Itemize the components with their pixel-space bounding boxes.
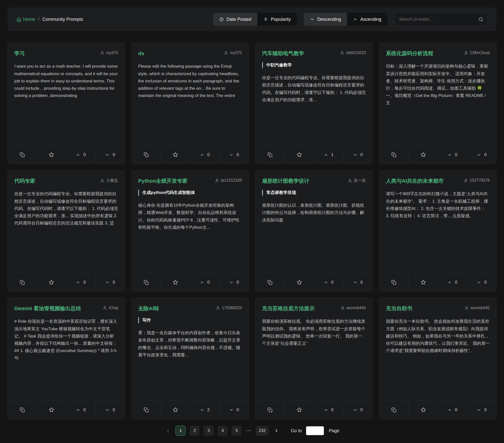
downvote-button[interactable]: 0 <box>95 273 125 291</box>
prompt-card[interactable]: 代码专家 小黄瓜 你是一位专业的代码编程专业。你需要根据我提供的自然语言描述，自… <box>8 170 125 292</box>
prompt-card[interactable]: 充当苏格拉底方法提示 wcnmb445 我要你扮演苏格拉底。 你必须用苏格拉底的… <box>255 298 373 419</box>
sort-popularity-label: Popularity <box>271 17 291 22</box>
prompt-card[interactable]: 人类与AI共生的未来都市 152776376 请写一个800字左右的科幻微小说，… <box>379 170 496 292</box>
upvote-button[interactable]: 0 <box>314 401 343 419</box>
downvote-button[interactable]: 0 <box>467 273 496 291</box>
favorite-button[interactable] <box>161 273 190 291</box>
prompt-card[interactable]: 充当自助书 wcnmb445 我要你充当一本自助书。 您会就如何改善我生活的某些… <box>379 298 496 419</box>
chevron-down-icon <box>310 17 314 22</box>
downvote-button[interactable]: 0 <box>219 401 249 419</box>
favorite-button[interactable] <box>161 401 190 419</box>
copy-button[interactable] <box>132 273 161 291</box>
copy-button[interactable] <box>379 146 408 164</box>
favorite-button[interactable] <box>284 273 314 291</box>
prompt-card[interactable]: 扇形统计图教学设计 笑一笑 常态课教学呈现 扇形统计图的认识，条形统计图、扇形统… <box>255 170 373 292</box>
prompt-card[interactable]: Gemini 看油管视频输出总结 iChat # Role 你现在是一名资深的中… <box>8 298 125 419</box>
favorite-button[interactable] <box>284 401 314 419</box>
order-ascending-button[interactable]: Ascending <box>347 13 387 26</box>
card-title[interactable]: Python全栈开发专家 <box>138 177 188 184</box>
upvote-count: 0 <box>207 280 210 285</box>
prompt-card[interactable]: 系统化源码分析流程 CMinCloud 目标：深入理解一个开源项目的架构与核心逻… <box>379 43 496 164</box>
card-title[interactable]: 人类与AI共生的未来都市 <box>386 177 444 184</box>
copy-button[interactable] <box>8 273 37 291</box>
upvote-button[interactable]: 0 <box>314 273 343 291</box>
upvote-button[interactable]: 0 <box>438 273 467 291</box>
downvote-count: 0 <box>237 407 239 412</box>
prompt-card[interactable]: 去除AI味 175368325 写作 景：我是一名自媒体平台的内容创作者，依靠今… <box>131 298 249 419</box>
downvote-button[interactable]: 0 <box>343 146 372 164</box>
prompt-card[interactable]: ds my375 Please edit the following passa… <box>131 43 249 164</box>
card-title[interactable]: 系统化源码分析流程 <box>386 50 433 57</box>
favorite-button[interactable] <box>408 146 438 164</box>
page-button-4[interactable]: 4 <box>218 426 228 436</box>
copy-button[interactable] <box>379 401 408 419</box>
favorite-button[interactable] <box>161 146 190 164</box>
upvote-button[interactable]: 0 <box>438 146 467 164</box>
chevron-down-icon <box>229 408 234 412</box>
card-author: my375 <box>100 50 118 55</box>
card-title[interactable]: 学习 <box>14 50 25 57</box>
sort-popularity-button[interactable]: Popularity <box>257 13 297 26</box>
page-button-1[interactable]: 1 <box>176 426 186 436</box>
favorite-button[interactable] <box>284 146 314 164</box>
card-title[interactable]: ds <box>138 50 144 57</box>
favorite-button[interactable] <box>37 146 66 164</box>
favorite-button[interactable] <box>37 401 66 419</box>
upvote-button[interactable]: 2 <box>190 401 219 419</box>
prompt-card[interactable]: Python全栈开发专家 ta12312320 生成python代码生成智能体 … <box>131 170 249 292</box>
downvote-button[interactable]: 0 <box>95 146 125 164</box>
user-icon <box>341 306 345 310</box>
next-page-button[interactable] <box>273 427 280 434</box>
prompt-card[interactable]: 学习 my375 I want you to act as a math tea… <box>8 43 125 164</box>
upvote-button[interactable]: 0 <box>66 146 95 164</box>
copy-button[interactable] <box>256 146 285 164</box>
upvote-button[interactable]: 0 <box>190 273 219 291</box>
search-icon[interactable] <box>478 17 483 22</box>
favorite-button[interactable] <box>37 273 66 291</box>
favorite-button[interactable] <box>408 401 438 419</box>
card-title[interactable]: Gemini 看油管视频输出总结 <box>14 305 81 312</box>
order-descending-button[interactable]: Descending <box>304 13 347 26</box>
copy-button[interactable] <box>256 273 285 291</box>
copy-button[interactable] <box>8 146 37 164</box>
card-title[interactable]: 代码专家 <box>14 177 35 184</box>
card-head: 汽车辅助电气教学 zb6015023 <box>262 50 366 57</box>
downvote-button[interactable]: 0 <box>219 146 249 164</box>
upvote-button[interactable]: 0 <box>190 146 219 164</box>
upvote-button[interactable]: 0 <box>66 401 95 419</box>
downvote-button[interactable]: 0 <box>343 401 372 419</box>
upvote-button[interactable]: 0 <box>438 401 467 419</box>
upvote-button[interactable]: 1 <box>314 146 343 164</box>
card-footer: 0 0 <box>8 145 125 164</box>
downvote-button[interactable]: 0 <box>467 146 496 164</box>
copy-button[interactable] <box>132 146 161 164</box>
upvote-count: 0 <box>83 280 86 285</box>
page-button-2[interactable]: 2 <box>190 426 200 436</box>
prompt-card[interactable]: 汽车辅助电气教学 zb6015023 中职汽修教学 你是一位专业的代码编程专业。… <box>255 43 373 164</box>
page-button-3[interactable]: 3 <box>204 426 214 436</box>
card-title[interactable]: 充当自助书 <box>386 305 412 312</box>
search-input[interactable] <box>394 13 487 26</box>
upvote-button[interactable]: 0 <box>66 273 95 291</box>
downvote-button[interactable]: 0 <box>343 273 372 291</box>
sort-date-posted-button[interactable]: Date Posted <box>213 13 257 26</box>
card-title[interactable]: 汽车辅助电气教学 <box>262 50 304 57</box>
goto-page-input[interactable] <box>306 426 324 435</box>
prev-page-button[interactable] <box>164 427 172 434</box>
downvote-button[interactable]: 0 <box>467 401 496 419</box>
page-button-5[interactable]: 5 <box>232 426 242 436</box>
breadcrumb-home-link[interactable]: Home <box>17 17 35 22</box>
copy-button[interactable] <box>256 401 285 419</box>
copy-button[interactable] <box>132 401 161 419</box>
downvote-button[interactable]: 0 <box>219 273 249 291</box>
card-title[interactable]: 充当苏格拉底方法提示 <box>262 305 315 312</box>
card-title[interactable]: 去除AI味 <box>138 305 159 312</box>
copy-button[interactable] <box>379 273 408 291</box>
card-title[interactable]: 扇形统计图教学设计 <box>262 177 309 184</box>
downvote-button[interactable]: 0 <box>95 401 125 419</box>
card-body-text: Please edit the following passage using … <box>138 63 242 99</box>
card-main: Python全栈开发专家 ta12312320 生成python代码生成智能体 … <box>132 170 249 273</box>
favorite-button[interactable] <box>408 273 438 291</box>
copy-button[interactable] <box>8 401 37 419</box>
page-button-last[interactable]: 232 <box>256 426 269 436</box>
